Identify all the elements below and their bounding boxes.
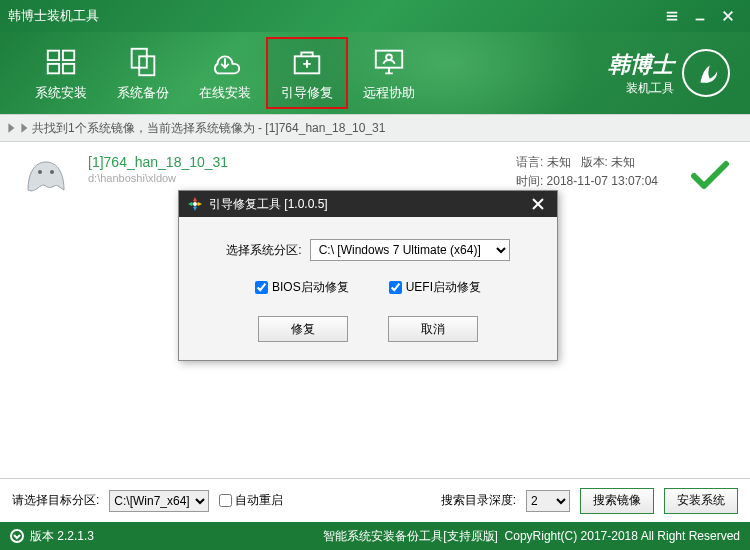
chevron-down-circle-icon bbox=[10, 529, 24, 543]
auto-reboot-checkbox[interactable]: 自动重启 bbox=[219, 492, 283, 509]
minimize-button[interactable] bbox=[686, 4, 714, 28]
tool-label: 系统安装 bbox=[35, 84, 87, 102]
partition-select[interactable]: C:\ [Windows 7 Ultimate (x64)] bbox=[310, 239, 510, 261]
svg-rect-3 bbox=[63, 64, 74, 73]
target-partition-select[interactable]: C:\[Win7_x64] bbox=[109, 490, 209, 512]
svg-rect-0 bbox=[48, 51, 59, 60]
tool-label: 在线安装 bbox=[199, 84, 251, 102]
menu-button[interactable] bbox=[658, 4, 686, 28]
tool-label: 系统备份 bbox=[117, 84, 169, 102]
dialog-close-button[interactable] bbox=[527, 194, 549, 214]
cancel-button[interactable]: 取消 bbox=[388, 316, 478, 342]
repair-button[interactable]: 修复 bbox=[258, 316, 348, 342]
search-depth-label: 搜索目录深度: bbox=[441, 492, 516, 509]
install-system-button[interactable]: 安装系统 bbox=[664, 488, 738, 514]
chevron-right-icon bbox=[6, 122, 18, 134]
chevron-right-icon bbox=[19, 122, 31, 134]
image-meta: 语言: 未知 版本: 未知 时间: 2018-11-07 13:07:04 bbox=[516, 154, 658, 192]
svg-point-12 bbox=[11, 530, 23, 542]
product-name: 智能系统安装备份工具[支持原版] bbox=[323, 528, 498, 545]
monitor-user-icon bbox=[371, 44, 407, 80]
tool-label: 引导修复 bbox=[281, 84, 333, 102]
svg-point-11 bbox=[193, 202, 197, 206]
version-label: 版本 bbox=[30, 528, 54, 545]
boot-repair-dialog: 引导修复工具 [1.0.0.5] 选择系统分区: C:\ [Windows 7 … bbox=[178, 190, 558, 361]
tool-boot-repair[interactable]: 引导修复 bbox=[266, 37, 348, 109]
image-title: [1]764_han_18_10_31 bbox=[88, 154, 228, 170]
copyright: CopyRight(C) 2017-2018 All Right Reserve… bbox=[505, 529, 740, 543]
dialog-titlebar: 引导修复工具 [1.0.0.5] bbox=[179, 191, 557, 217]
svg-point-10 bbox=[50, 170, 54, 174]
search-image-button[interactable]: 搜索镜像 bbox=[580, 488, 654, 514]
close-button[interactable] bbox=[714, 4, 742, 28]
brand: 韩博士 装机工具 bbox=[608, 49, 730, 97]
svg-rect-1 bbox=[63, 51, 74, 60]
dialog-title-text: 引导修复工具 [1.0.0.5] bbox=[209, 196, 328, 213]
check-icon bbox=[690, 160, 730, 194]
flower-icon bbox=[187, 196, 203, 212]
ghost-icon bbox=[20, 154, 72, 196]
status-bar: 版本 2.2.1.3 智能系统安装备份工具[支持原版] CopyRight(C)… bbox=[0, 522, 750, 550]
target-partition-label: 请选择目标分区: bbox=[12, 492, 99, 509]
version-number: 2.2.1.3 bbox=[57, 529, 94, 543]
tool-label: 远程协助 bbox=[363, 84, 415, 102]
windows-icon bbox=[43, 44, 79, 80]
tool-remote-assist[interactable]: 远程协助 bbox=[348, 37, 430, 109]
svg-rect-7 bbox=[376, 51, 402, 68]
toolbox-icon bbox=[289, 44, 325, 80]
bios-repair-checkbox[interactable]: BIOS启动修复 bbox=[255, 279, 349, 296]
brand-sub: 装机工具 bbox=[608, 80, 674, 97]
uefi-repair-checkbox[interactable]: UEFI启动修复 bbox=[389, 279, 481, 296]
titlebar: 韩博士装机工具 bbox=[0, 0, 750, 32]
main-content: [1]764_han_18_10_31 d:\hanboshi\xldow 语言… bbox=[0, 142, 750, 478]
crumb-text: 共找到1个系统镜像，当前选择系统镜像为 - [1]764_han_18_10_3… bbox=[32, 120, 385, 137]
tool-online-install[interactable]: 在线安装 bbox=[184, 37, 266, 109]
tool-system-backup[interactable]: 系统备份 bbox=[102, 37, 184, 109]
window-title: 韩博士装机工具 bbox=[8, 7, 99, 25]
breadcrumb: 共找到1个系统镜像，当前选择系统镜像为 - [1]764_han_18_10_3… bbox=[0, 114, 750, 142]
copy-icon bbox=[125, 44, 161, 80]
tool-system-install[interactable]: 系统安装 bbox=[20, 37, 102, 109]
cloud-download-icon bbox=[207, 44, 243, 80]
partition-label: 选择系统分区: bbox=[226, 242, 301, 259]
main-toolbar: 系统安装 系统备份 在线安装 引导修复 远程协助 韩博士 装机工具 bbox=[0, 32, 750, 114]
brand-name: 韩博士 bbox=[608, 50, 674, 80]
bottom-bar: 请选择目标分区: C:\[Win7_x64] 自动重启 搜索目录深度: 2 搜索… bbox=[0, 478, 750, 522]
image-path: d:\hanboshi\xldow bbox=[88, 172, 228, 184]
svg-point-9 bbox=[38, 170, 42, 174]
search-depth-select[interactable]: 2 bbox=[526, 490, 570, 512]
brand-logo-icon bbox=[682, 49, 730, 97]
svg-rect-2 bbox=[48, 64, 59, 73]
